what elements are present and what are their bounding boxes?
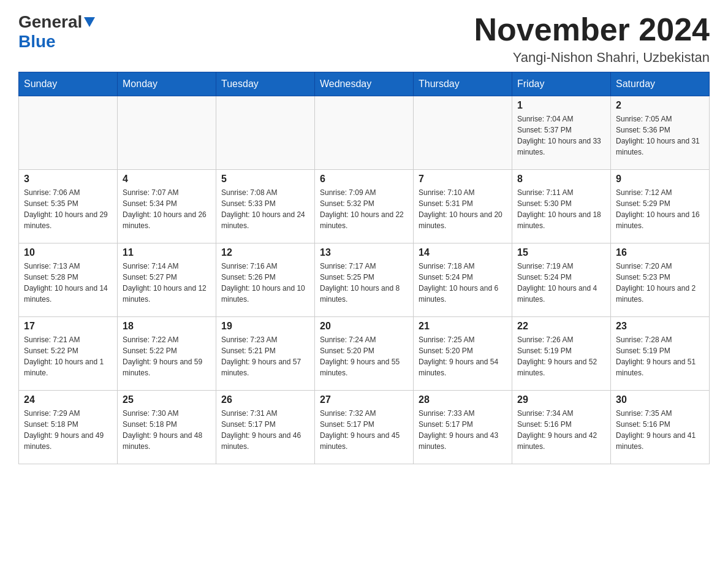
calendar-day-cell: 23Sunrise: 7:28 AMSunset: 5:19 PMDayligh… bbox=[611, 317, 710, 391]
calendar-day-cell: 4Sunrise: 7:07 AMSunset: 5:34 PMDaylight… bbox=[118, 170, 216, 243]
day-of-week-header: Monday bbox=[118, 72, 216, 96]
day-sun-info: Sunrise: 7:22 AMSunset: 5:22 PMDaylight:… bbox=[123, 334, 211, 378]
title-block: November 2024 Yangi-Nishon Shahri, Uzbek… bbox=[474, 12, 710, 66]
day-sun-info: Sunrise: 7:21 AMSunset: 5:22 PMDaylight:… bbox=[24, 334, 112, 378]
day-sun-info: Sunrise: 7:29 AMSunset: 5:18 PMDaylight:… bbox=[24, 408, 112, 452]
logo-general-text: General bbox=[18, 12, 82, 32]
day-sun-info: Sunrise: 7:06 AMSunset: 5:35 PMDaylight:… bbox=[24, 187, 112, 231]
calendar-day-cell: 1Sunrise: 7:04 AMSunset: 5:37 PMDaylight… bbox=[512, 96, 611, 170]
calendar-day-cell: 14Sunrise: 7:18 AMSunset: 5:24 PMDayligh… bbox=[414, 243, 512, 317]
day-sun-info: Sunrise: 7:28 AMSunset: 5:19 PMDaylight:… bbox=[616, 334, 704, 378]
calendar-day-cell: 30Sunrise: 7:35 AMSunset: 5:16 PMDayligh… bbox=[611, 391, 710, 464]
calendar-table: SundayMondayTuesdayWednesdayThursdayFrid… bbox=[18, 72, 710, 464]
calendar-day-cell: 16Sunrise: 7:20 AMSunset: 5:23 PMDayligh… bbox=[611, 243, 710, 317]
calendar-day-cell: 27Sunrise: 7:32 AMSunset: 5:17 PMDayligh… bbox=[315, 391, 414, 464]
day-number: 2 bbox=[616, 100, 704, 111]
day-number: 10 bbox=[24, 247, 112, 258]
month-title: November 2024 bbox=[474, 12, 710, 47]
calendar-day-cell: 26Sunrise: 7:31 AMSunset: 5:17 PMDayligh… bbox=[216, 391, 315, 464]
day-number: 29 bbox=[517, 394, 605, 405]
day-of-week-header: Thursday bbox=[414, 72, 512, 96]
calendar-week-row: 3Sunrise: 7:06 AMSunset: 5:35 PMDaylight… bbox=[19, 170, 710, 243]
day-sun-info: Sunrise: 7:05 AMSunset: 5:36 PMDaylight:… bbox=[616, 113, 704, 158]
calendar-day-cell bbox=[19, 96, 118, 170]
logo-triangle-icon bbox=[84, 17, 95, 29]
day-sun-info: Sunrise: 7:19 AMSunset: 5:24 PMDaylight:… bbox=[517, 261, 605, 305]
calendar-day-cell: 17Sunrise: 7:21 AMSunset: 5:22 PMDayligh… bbox=[19, 317, 118, 391]
page-header: General Blue November 2024 Yangi-Nishon … bbox=[18, 12, 710, 66]
day-sun-info: Sunrise: 7:14 AMSunset: 5:27 PMDaylight:… bbox=[123, 261, 211, 305]
calendar-day-cell: 12Sunrise: 7:16 AMSunset: 5:26 PMDayligh… bbox=[216, 243, 315, 317]
calendar-day-cell bbox=[315, 96, 414, 170]
day-number: 16 bbox=[616, 247, 704, 258]
day-of-week-header: Tuesday bbox=[216, 72, 315, 96]
day-of-week-header: Saturday bbox=[611, 72, 710, 96]
day-sun-info: Sunrise: 7:34 AMSunset: 5:16 PMDaylight:… bbox=[517, 408, 605, 452]
day-sun-info: Sunrise: 7:23 AMSunset: 5:21 PMDaylight:… bbox=[221, 334, 309, 378]
day-sun-info: Sunrise: 7:33 AMSunset: 5:17 PMDaylight:… bbox=[419, 408, 507, 452]
day-number: 1 bbox=[517, 100, 605, 111]
day-of-week-header: Sunday bbox=[19, 72, 118, 96]
calendar-day-cell: 13Sunrise: 7:17 AMSunset: 5:25 PMDayligh… bbox=[315, 243, 414, 317]
day-number: 5 bbox=[221, 174, 309, 185]
calendar-day-cell: 29Sunrise: 7:34 AMSunset: 5:16 PMDayligh… bbox=[512, 391, 611, 464]
calendar-day-cell bbox=[118, 96, 216, 170]
calendar-day-cell: 20Sunrise: 7:24 AMSunset: 5:20 PMDayligh… bbox=[315, 317, 414, 391]
day-number: 9 bbox=[616, 174, 704, 185]
day-sun-info: Sunrise: 7:25 AMSunset: 5:20 PMDaylight:… bbox=[419, 334, 507, 378]
calendar-week-row: 10Sunrise: 7:13 AMSunset: 5:28 PMDayligh… bbox=[19, 243, 710, 317]
logo: General Blue bbox=[18, 12, 95, 52]
day-sun-info: Sunrise: 7:31 AMSunset: 5:17 PMDaylight:… bbox=[221, 408, 309, 452]
day-number: 11 bbox=[123, 247, 211, 258]
calendar-day-cell: 11Sunrise: 7:14 AMSunset: 5:27 PMDayligh… bbox=[118, 243, 216, 317]
day-number: 6 bbox=[320, 174, 408, 185]
calendar-day-cell: 3Sunrise: 7:06 AMSunset: 5:35 PMDaylight… bbox=[19, 170, 118, 243]
calendar-week-row: 24Sunrise: 7:29 AMSunset: 5:18 PMDayligh… bbox=[19, 391, 710, 464]
calendar-day-cell: 8Sunrise: 7:11 AMSunset: 5:30 PMDaylight… bbox=[512, 170, 611, 243]
day-sun-info: Sunrise: 7:24 AMSunset: 5:20 PMDaylight:… bbox=[320, 334, 408, 378]
calendar-day-cell: 22Sunrise: 7:26 AMSunset: 5:19 PMDayligh… bbox=[512, 317, 611, 391]
day-sun-info: Sunrise: 7:16 AMSunset: 5:26 PMDaylight:… bbox=[221, 261, 309, 305]
calendar-day-cell: 24Sunrise: 7:29 AMSunset: 5:18 PMDayligh… bbox=[19, 391, 118, 464]
day-number: 17 bbox=[24, 321, 112, 332]
calendar-day-cell: 28Sunrise: 7:33 AMSunset: 5:17 PMDayligh… bbox=[414, 391, 512, 464]
day-sun-info: Sunrise: 7:17 AMSunset: 5:25 PMDaylight:… bbox=[320, 261, 408, 305]
calendar-day-cell bbox=[414, 96, 512, 170]
day-number: 22 bbox=[517, 321, 605, 332]
calendar-day-cell: 15Sunrise: 7:19 AMSunset: 5:24 PMDayligh… bbox=[512, 243, 611, 317]
calendar-header-row: SundayMondayTuesdayWednesdayThursdayFrid… bbox=[19, 72, 710, 96]
day-number: 25 bbox=[123, 394, 211, 405]
calendar-day-cell: 10Sunrise: 7:13 AMSunset: 5:28 PMDayligh… bbox=[19, 243, 118, 317]
calendar-day-cell: 7Sunrise: 7:10 AMSunset: 5:31 PMDaylight… bbox=[414, 170, 512, 243]
day-sun-info: Sunrise: 7:04 AMSunset: 5:37 PMDaylight:… bbox=[517, 113, 605, 158]
day-number: 12 bbox=[221, 247, 309, 258]
day-sun-info: Sunrise: 7:13 AMSunset: 5:28 PMDaylight:… bbox=[24, 261, 112, 305]
day-number: 13 bbox=[320, 247, 408, 258]
day-sun-info: Sunrise: 7:09 AMSunset: 5:32 PMDaylight:… bbox=[320, 187, 408, 231]
day-number: 7 bbox=[419, 174, 507, 185]
svg-marker-0 bbox=[84, 17, 95, 27]
day-number: 28 bbox=[419, 394, 507, 405]
calendar-day-cell: 9Sunrise: 7:12 AMSunset: 5:29 PMDaylight… bbox=[611, 170, 710, 243]
day-sun-info: Sunrise: 7:07 AMSunset: 5:34 PMDaylight:… bbox=[123, 187, 211, 231]
day-number: 8 bbox=[517, 174, 605, 185]
calendar-week-row: 17Sunrise: 7:21 AMSunset: 5:22 PMDayligh… bbox=[19, 317, 710, 391]
day-number: 14 bbox=[419, 247, 507, 258]
calendar-day-cell: 25Sunrise: 7:30 AMSunset: 5:18 PMDayligh… bbox=[118, 391, 216, 464]
calendar-day-cell: 18Sunrise: 7:22 AMSunset: 5:22 PMDayligh… bbox=[118, 317, 216, 391]
calendar-day-cell: 5Sunrise: 7:08 AMSunset: 5:33 PMDaylight… bbox=[216, 170, 315, 243]
day-sun-info: Sunrise: 7:12 AMSunset: 5:29 PMDaylight:… bbox=[616, 187, 704, 231]
day-number: 26 bbox=[221, 394, 309, 405]
day-sun-info: Sunrise: 7:08 AMSunset: 5:33 PMDaylight:… bbox=[221, 187, 309, 231]
day-sun-info: Sunrise: 7:32 AMSunset: 5:17 PMDaylight:… bbox=[320, 408, 408, 452]
day-number: 18 bbox=[123, 321, 211, 332]
calendar-day-cell: 2Sunrise: 7:05 AMSunset: 5:36 PMDaylight… bbox=[611, 96, 710, 170]
calendar-day-cell: 6Sunrise: 7:09 AMSunset: 5:32 PMDaylight… bbox=[315, 170, 414, 243]
day-sun-info: Sunrise: 7:11 AMSunset: 5:30 PMDaylight:… bbox=[517, 187, 605, 231]
day-sun-info: Sunrise: 7:30 AMSunset: 5:18 PMDaylight:… bbox=[123, 408, 211, 452]
day-sun-info: Sunrise: 7:20 AMSunset: 5:23 PMDaylight:… bbox=[616, 261, 704, 305]
day-number: 30 bbox=[616, 394, 704, 405]
calendar-day-cell: 21Sunrise: 7:25 AMSunset: 5:20 PMDayligh… bbox=[414, 317, 512, 391]
day-sun-info: Sunrise: 7:35 AMSunset: 5:16 PMDaylight:… bbox=[616, 408, 704, 452]
day-number: 15 bbox=[517, 247, 605, 258]
